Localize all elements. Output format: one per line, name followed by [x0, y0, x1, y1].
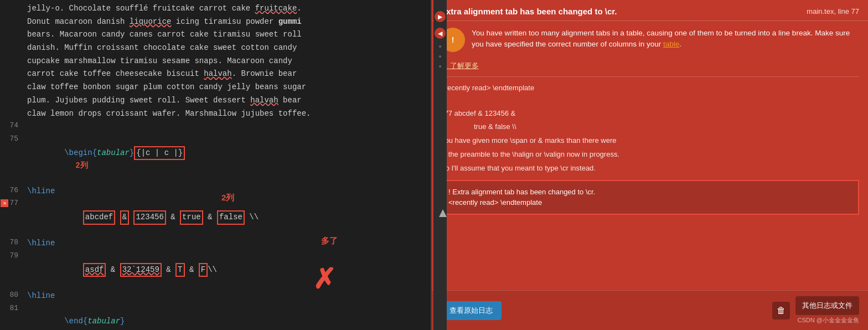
csdn-watermark: CSDN @小金金金金鱼: [795, 316, 859, 324]
log-line-4: You have given more \span or & marks tha…: [441, 135, 859, 147]
code-line-78: 78 \hline: [0, 237, 431, 250]
code-prose-line: danish. Muffin croissant chocolate cake …: [0, 42, 431, 55]
code-prose-line: Donut macaroon danish liquorice icing ti…: [0, 16, 431, 29]
cell-123456: 123456: [133, 210, 166, 225]
error-content: ! You have written too many alignment ta…: [432, 21, 868, 290]
squiggly-word: halvah: [250, 96, 278, 105]
line-number: 75: [0, 134, 25, 143]
log-line-2: l.77 abcdef & 123456 &: [441, 108, 859, 120]
tabular-spec-box: {|c | c |}: [134, 146, 185, 161]
error-header: Extra alignment tab has been changed to …: [432, 0, 868, 21]
code-line-74: 74: [0, 120, 431, 133]
table-link[interactable]: table: [663, 40, 679, 48]
error-location: main.tex, line 77: [807, 7, 859, 16]
annotation-2col-label: 2列: [221, 193, 234, 203]
log-line-3: true & false \\: [441, 121, 859, 133]
code-line-79: 79 asdf & 32`12459 & T & F\\: [0, 250, 431, 290]
code-line-77: ✕ 77 abcdef & 123456 & true & false \\: [0, 198, 431, 237]
squiggly-word: fruitcake: [255, 4, 297, 13]
line-number-error: ✕ 77: [0, 198, 25, 207]
code-prose-line: bears. Macaroon candy canes carrot cake …: [0, 28, 431, 42]
nav-dot: [439, 45, 441, 48]
code-prose-line: carrot cake toffee cheesecake biscuit ha…: [0, 68, 431, 81]
error-icon: ✕: [1, 199, 8, 207]
line-number: 74: [0, 121, 25, 130]
warning-description: You have written too many alignment tabs…: [472, 28, 859, 52]
footer-right: 🗑 其他日志或文件 CSDN @小金金金金鱼: [772, 296, 859, 324]
error-panel: Extra alignment tab has been changed to …: [432, 0, 868, 330]
cell-32-12459: 32`12459: [120, 263, 162, 277]
code-line-81: 81 \end{tabular}: [0, 303, 431, 330]
nav-dot: [439, 55, 441, 58]
error-title: Extra alignment tab has been changed to …: [441, 7, 617, 16]
log-line-1: <recently read> \endtemplate: [441, 82, 859, 94]
cell-amp1: &: [120, 210, 129, 225]
error-box-line1: ! Extra alignment tab has been changed t…: [448, 187, 851, 198]
cell-true: true: [180, 210, 203, 225]
log-section: <recently read> \endtemplate l.77 abcdef…: [441, 82, 859, 174]
error-detail-box: ! Extra alignment tab has been changed t…: [441, 180, 859, 215]
nav-arrow-left[interactable]: ◀: [435, 28, 446, 39]
svg-marker-0: [439, 209, 447, 217]
line-number: 76: [0, 185, 25, 194]
code-prose-line: cupcake marshmallow tiramisu sesame snap…: [0, 55, 431, 68]
cross-mark: ✗: [313, 263, 336, 295]
code-line-76: 76 \hline: [0, 185, 431, 198]
trash-button[interactable]: 🗑: [772, 302, 790, 319]
warning-box: ! You have written too many alignment ta…: [441, 28, 859, 52]
line-number: 79: [0, 251, 25, 260]
line-number: 81: [0, 303, 25, 312]
view-log-button[interactable]: 查看原始日志: [441, 301, 502, 320]
cell-F: F: [199, 263, 208, 277]
cell-asdf: asdf: [83, 263, 106, 277]
log-line-5: in the preamble to the \halign or \valig…: [441, 149, 859, 161]
code-line-75: 75 \begin{tabular}{|c | c |} 2列: [0, 133, 431, 185]
annotation-2col: 2列: [75, 161, 87, 170]
code-editor: jelly-o. Chocolate soufflé fruitcake car…: [0, 0, 432, 330]
annotation-duole-label: 多了: [321, 236, 338, 246]
code-line-80: 80 \hline: [0, 290, 431, 303]
cell-abcdef: abcdef: [83, 210, 115, 225]
log-line-6: So I'll assume that you meant to type \c…: [441, 163, 859, 174]
code-prose-line: jelly-o. Chocolate soufflé fruitcake car…: [0, 2, 431, 16]
cell-T: T: [175, 263, 184, 277]
nav-arrow-right[interactable]: ▶: [435, 11, 446, 22]
line-number: 80: [0, 290, 25, 299]
error-box-line2: <recently read> \endtemplate: [448, 197, 851, 208]
navigation-panel: ▶ ◀: [433, 0, 447, 330]
code-prose-line: claw lemon drops croissant wafer. Marshm…: [0, 107, 431, 121]
svg-text:!: !: [452, 35, 454, 44]
nav-dot: [439, 65, 441, 68]
code-prose-line: claw toffee bonbon sugar plum cotton can…: [0, 81, 431, 94]
nav-side-arrow[interactable]: [439, 209, 447, 219]
cell-false: false: [217, 210, 245, 225]
other-files-button[interactable]: 其他日志或文件: [795, 296, 859, 315]
squiggly-word: liquorice: [130, 17, 172, 26]
divider: [441, 76, 859, 77]
error-footer: 查看原始日志 🗑 其他日志或文件 CSDN @小金金金金鱼: [432, 290, 868, 330]
line-number: 78: [0, 238, 25, 246]
code-prose-line: plum. Jujubes pudding sweet roll. Sweet …: [0, 94, 431, 107]
squiggly-word: halvah: [204, 69, 231, 78]
